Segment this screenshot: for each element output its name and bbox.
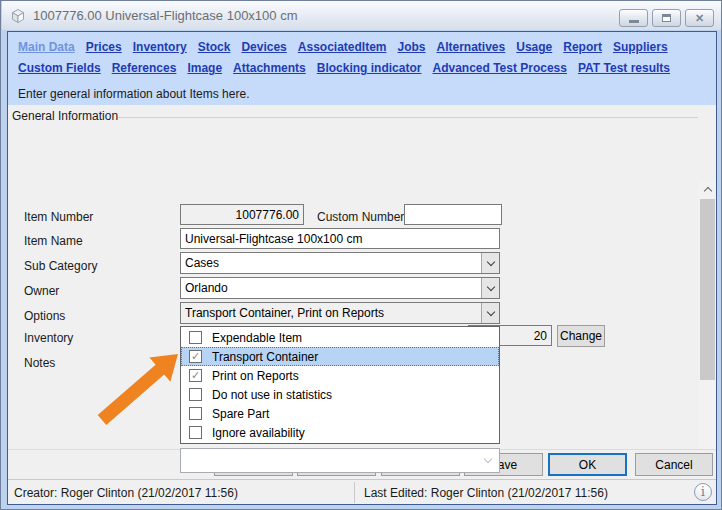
options-dropdown-list: ✓ Expendable Item ✓ Transport Container … — [180, 326, 500, 444]
option-row-spare-part[interactable]: ✓ Spare Part — [181, 404, 499, 423]
options-combo[interactable]: Transport Container, Print on Reports — [180, 302, 500, 324]
custom-number-label: Custom Number — [317, 207, 404, 228]
chevron-down-icon — [486, 307, 494, 315]
option-row-do-not-use-in-statistics[interactable]: ✓ Do not use in statistics — [181, 385, 499, 404]
option-label: Transport Container — [212, 350, 318, 364]
status-bar: Creator: Roger Clinton (21/02/2017 11:56… — [8, 479, 716, 504]
options-value: Transport Container, Print on Reports — [181, 306, 481, 320]
cancel-button[interactable]: Cancel — [635, 453, 713, 476]
tab-advanced-test-process[interactable]: Advanced Test Process — [432, 61, 567, 75]
scroll-right-button[interactable] — [701, 504, 716, 505]
option-row-transport-container[interactable]: ✓ Transport Container — [181, 347, 499, 366]
vertical-scrollbar-thumb[interactable] — [700, 199, 715, 380]
scroll-up-button[interactable] — [699, 182, 716, 197]
maximize-icon — [662, 14, 671, 22]
option-label: Print on Reports — [212, 369, 299, 383]
owner-value: Orlando — [181, 281, 481, 295]
item-name-label: Item Name — [24, 231, 83, 252]
tab-prices[interactable]: Prices — [86, 40, 122, 54]
chevron-down-icon — [486, 282, 494, 290]
option-label: Ignore availability — [212, 426, 305, 440]
owner-dropdown-button[interactable] — [481, 278, 499, 298]
tab-stock[interactable]: Stock — [198, 40, 231, 54]
sub-category-label: Sub Category — [24, 255, 97, 277]
option-label: Spare Part — [212, 407, 269, 421]
inventory-label: Inventory — [24, 328, 73, 349]
checkbox-icon[interactable]: ✓ — [189, 350, 202, 363]
chevron-down-icon — [484, 455, 492, 463]
tab-jobs[interactable]: Jobs — [398, 40, 426, 54]
status-divider — [354, 482, 355, 503]
option-label: Do not use in statistics — [212, 388, 332, 402]
tab-inventory[interactable]: Inventory — [133, 40, 187, 54]
option-row-expendable-item[interactable]: ✓ Expendable Item — [181, 328, 499, 347]
tab-alternatives[interactable]: Alternatives — [437, 40, 506, 54]
item-editor-window: 1007776.00 Universal-Flightcase 100x100 … — [0, 0, 722, 510]
owner-combo[interactable]: Orlando — [180, 277, 500, 299]
close-button[interactable]: ✕ — [685, 9, 714, 27]
dialog-client-area: Main Data Prices Inventory Stock Devices… — [7, 31, 717, 505]
option-row-ignore-availability[interactable]: ✓ Ignore availability — [181, 423, 499, 442]
tab-associateditem[interactable]: AssociatedItem — [298, 40, 387, 54]
tab-row-1: Main Data Prices Inventory Stock Devices… — [8, 32, 716, 54]
tab-suppliers[interactable]: Suppliers — [613, 40, 668, 54]
ok-button[interactable]: OK — [548, 453, 627, 476]
chevron-down-icon — [486, 257, 494, 265]
custom-number-field[interactable] — [404, 204, 502, 225]
creator-text: Creator: Roger Clinton (21/02/2017 11:56… — [14, 486, 238, 500]
checkbox-icon[interactable]: ✓ — [189, 388, 202, 401]
sub-category-combo[interactable]: Cases — [180, 252, 500, 274]
close-icon: ✕ — [695, 13, 704, 24]
tab-attachments[interactable]: Attachments — [233, 61, 306, 75]
item-number-field[interactable]: 1007776.00 — [180, 204, 304, 225]
sub-category-value: Cases — [181, 256, 481, 270]
section-divider — [118, 117, 698, 118]
title-bar[interactable]: 1007776.00 Universal-Flightcase 100x100 … — [2, 1, 721, 30]
tab-image[interactable]: Image — [187, 61, 222, 75]
item-number-label: Item Number — [24, 207, 93, 228]
checkmark-icon: ✓ — [191, 351, 200, 362]
options-label: Options — [24, 305, 65, 327]
tab-usage[interactable]: Usage — [516, 40, 552, 54]
item-cube-icon — [10, 8, 26, 24]
info-icon[interactable]: i — [694, 483, 712, 501]
tab-references[interactable]: References — [112, 61, 177, 75]
annotation-arrow — [88, 345, 188, 430]
minimize-icon — [629, 20, 639, 23]
tab-main-data[interactable]: Main Data — [18, 40, 75, 54]
checkmark-icon: ✓ — [191, 370, 200, 381]
checkbox-icon[interactable]: ✓ — [189, 426, 202, 439]
tab-custom-fields[interactable]: Custom Fields — [18, 61, 101, 75]
tab-row-2: Custom Fields References Image Attachmen… — [8, 54, 716, 75]
tab-devices[interactable]: Devices — [241, 40, 286, 54]
checkbox-icon[interactable]: ✓ — [189, 331, 202, 344]
change-button[interactable]: Change — [557, 325, 605, 347]
checkbox-icon[interactable]: ✓ — [189, 369, 202, 382]
checkbox-icon[interactable]: ✓ — [189, 407, 202, 420]
notes-field[interactable] — [180, 448, 500, 473]
tab-description-text: Enter general information about Items he… — [18, 87, 249, 101]
sub-category-dropdown-button[interactable] — [481, 253, 499, 273]
chevron-up-icon — [703, 187, 711, 195]
window-title: 1007776.00 Universal-Flightcase 100x100 … — [33, 8, 298, 23]
tab-blocking-indicator[interactable]: Blocking indicator — [317, 61, 422, 75]
notes-label: Notes — [24, 353, 55, 374]
owner-label: Owner — [24, 280, 59, 302]
minimize-button[interactable] — [619, 9, 648, 27]
option-label: Expendable Item — [212, 331, 302, 345]
options-dropdown-button[interactable] — [481, 303, 499, 323]
tab-panel: Main Data Prices Inventory Stock Devices… — [8, 32, 716, 105]
tab-report[interactable]: Report — [563, 40, 602, 54]
option-row-print-on-reports[interactable]: ✓ Print on Reports — [181, 366, 499, 385]
item-name-field[interactable]: Universal-Flightcase 100x100 cm — [180, 228, 500, 249]
tab-pat-test-results[interactable]: PAT Test results — [578, 61, 670, 75]
maximize-button[interactable] — [652, 9, 681, 27]
last-edited-text: Last Edited: Roger Clinton (21/02/2017 1… — [364, 486, 608, 500]
general-information-section: General Information Item Number 1007776.… — [8, 105, 716, 449]
section-title: General Information — [12, 109, 118, 123]
scroll-left-button[interactable] — [8, 504, 23, 505]
